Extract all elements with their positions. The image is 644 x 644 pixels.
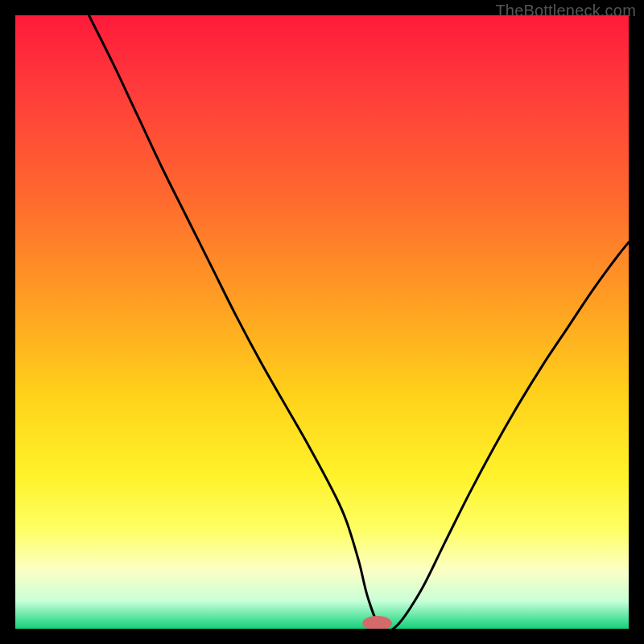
- plot-svg: [15, 15, 629, 629]
- gradient-background: [15, 15, 629, 629]
- plot-area: [15, 15, 629, 629]
- watermark-text: TheBottleneck.com: [495, 2, 636, 20]
- chart-frame: TheBottleneck.com: [0, 0, 644, 644]
